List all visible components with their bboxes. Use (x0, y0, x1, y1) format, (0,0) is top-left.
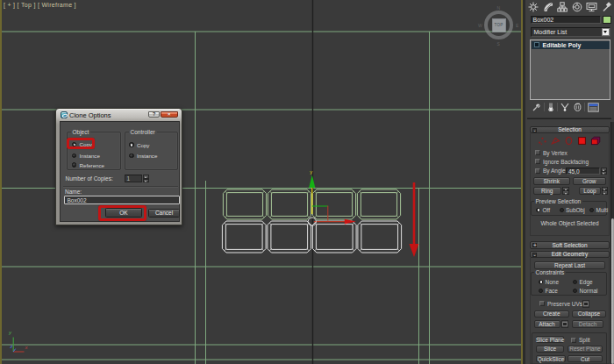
cut-button[interactable]: Cut (568, 355, 603, 362)
ring-button[interactable]: Ring (533, 187, 561, 195)
reset-plane-button[interactable]: Reset Plane (568, 346, 603, 353)
preview-multi-radio[interactable]: Multi (589, 207, 608, 213)
slice-group: Slice Plane Split Slice Reset Plane Quic… (532, 332, 607, 364)
pin-stack-icon[interactable] (532, 103, 541, 111)
collapse-button[interactable]: Collapse (572, 310, 606, 318)
preview-selection-label: Preview Selection (534, 198, 582, 204)
tab-create[interactable] (526, 0, 541, 13)
loop-spinner-down[interactable] (602, 190, 609, 194)
preview-multi-circle[interactable] (589, 208, 594, 212)
collapse-icon[interactable]: - (532, 128, 537, 132)
ignore-backfacing-box[interactable] (535, 159, 540, 164)
modifier-list-arrow[interactable] (602, 28, 610, 37)
loop-button[interactable]: Loop (579, 187, 601, 195)
dialog-titlebar[interactable]: Clone Options ? × (56, 109, 182, 121)
by-angle-spinner-down[interactable] (601, 171, 608, 175)
constraint-edge-radio[interactable]: Edge (573, 279, 593, 285)
polygon-mode-icon[interactable] (577, 136, 587, 146)
viewcube-top-face[interactable]: TOP (492, 18, 506, 32)
slice-plane-button[interactable]: Slice Plane (536, 336, 564, 343)
tab-motion[interactable] (570, 0, 585, 13)
make-unique-icon[interactable] (560, 103, 569, 111)
by-vertex-checkbox[interactable]: By Vertex (535, 150, 568, 156)
quickslice-button[interactable]: QuickSlice (536, 355, 566, 362)
preview-subobj-radio[interactable]: SubObj (560, 207, 585, 213)
modifier-stack[interactable]: Editable Poly (530, 39, 610, 100)
edit-geometry-rollout-header[interactable]: - Edit Geometry (530, 251, 610, 259)
constraint-face-circle[interactable] (539, 289, 543, 293)
tab-display[interactable] (584, 0, 599, 13)
selection-rollout-header[interactable]: - Selection (530, 126, 610, 134)
by-angle-checkbox[interactable]: By Angle: (535, 168, 567, 174)
element-mode-icon[interactable] (590, 136, 601, 146)
dialog-close-button[interactable]: × (161, 111, 178, 118)
soft-selection-rollout-header[interactable]: + Soft Selection (530, 241, 610, 249)
ignore-backfacing-checkbox[interactable]: Ignore Backfacing (535, 159, 589, 165)
object-name-field[interactable]: Box002 (531, 16, 601, 25)
create-button[interactable]: Create (534, 310, 570, 318)
detach-button[interactable]: Detach (572, 320, 603, 328)
show-end-result-icon[interactable] (547, 103, 554, 111)
ring-spinner-down[interactable] (562, 190, 569, 194)
dialog-body: Object Copy Instance Reference Controlle… (60, 121, 181, 222)
slice-button[interactable]: Slice (536, 346, 564, 353)
radio-instance[interactable]: Instance (72, 153, 100, 159)
tab-utilities[interactable] (599, 0, 614, 13)
ring-spinner[interactable] (562, 187, 569, 195)
split-checkbox[interactable]: Split (571, 337, 590, 343)
copies-field[interactable]: 1 (125, 175, 143, 182)
constraint-normal-circle[interactable] (573, 289, 577, 293)
copies-spinner[interactable] (143, 175, 150, 182)
modifier-list-dropdown[interactable]: Modifier List (531, 27, 610, 37)
attach-button[interactable]: Attach (534, 320, 560, 328)
stack-row-editable-poly[interactable]: Editable Poly (532, 41, 610, 50)
preserve-uvs-settings-button[interactable] (582, 300, 589, 308)
preview-off-circle[interactable] (536, 208, 540, 212)
viewport-label[interactable]: [ + ] [ Top ] [ Wireframe ] (4, 2, 76, 8)
tab-hierarchy[interactable] (555, 0, 570, 13)
preserve-uvs-checkbox[interactable]: Preserve UVs (539, 301, 582, 307)
viewcube[interactable]: TOP W E S N (482, 9, 516, 42)
by-angle-box[interactable] (535, 168, 540, 174)
split-box[interactable] (571, 338, 576, 343)
constraint-none-circle[interactable] (539, 280, 543, 284)
constraint-none-radio[interactable]: None (539, 279, 559, 285)
constraint-face-radio[interactable]: Face (539, 288, 558, 294)
by-angle-field[interactable]: 45,0 (566, 168, 600, 175)
radio-reference[interactable]: Reference (72, 162, 105, 168)
copies-spinner-down[interactable] (143, 179, 150, 183)
toolbar-separator (544, 103, 545, 111)
radio-ctrl-copy[interactable]: Copy (129, 142, 149, 148)
constraint-normal-radio[interactable]: Normal (573, 288, 597, 294)
preview-subobj-circle[interactable] (560, 208, 564, 212)
by-vertex-box[interactable] (535, 150, 540, 155)
collapse-icon[interactable]: - (532, 253, 537, 257)
preserve-uvs-box[interactable] (539, 301, 545, 306)
border-mode-icon[interactable] (564, 136, 574, 146)
loop-spinner[interactable] (602, 187, 609, 195)
cancel-button[interactable]: Cancel (148, 209, 180, 218)
name-field[interactable]: Box002 (64, 196, 180, 204)
grow-button[interactable]: Grow (573, 177, 607, 185)
selection-status-text: Whole Object Selected (530, 220, 610, 226)
shrink-button[interactable]: Shrink (533, 177, 570, 185)
attach-list-button[interactable] (561, 320, 568, 328)
tab-modify[interactable] (541, 0, 556, 13)
preview-off-radio[interactable]: Off (536, 207, 550, 213)
vertex-mode-icon[interactable] (538, 136, 547, 146)
dialog-help-button[interactable]: ? (148, 111, 160, 118)
expand-icon[interactable]: + (532, 243, 537, 247)
radio-ctrl-instance-circle[interactable] (129, 153, 134, 159)
radio-instance-circle[interactable] (72, 153, 77, 159)
repeat-last-button[interactable]: Repeat Last (534, 261, 605, 269)
constraint-edge-circle[interactable] (573, 280, 577, 284)
configure-modifier-sets-icon[interactable] (588, 103, 599, 112)
radio-ctrl-instance[interactable]: Instance (129, 153, 157, 159)
by-angle-spinner[interactable] (601, 168, 608, 175)
radio-ctrl-copy-circle[interactable] (129, 142, 134, 147)
panel-scrollbar[interactable] (610, 122, 614, 364)
radio-reference-circle[interactable] (72, 162, 77, 168)
remove-modifier-icon[interactable] (574, 103, 582, 111)
object-color-swatch[interactable] (603, 16, 611, 25)
edge-mode-icon[interactable] (551, 136, 560, 146)
